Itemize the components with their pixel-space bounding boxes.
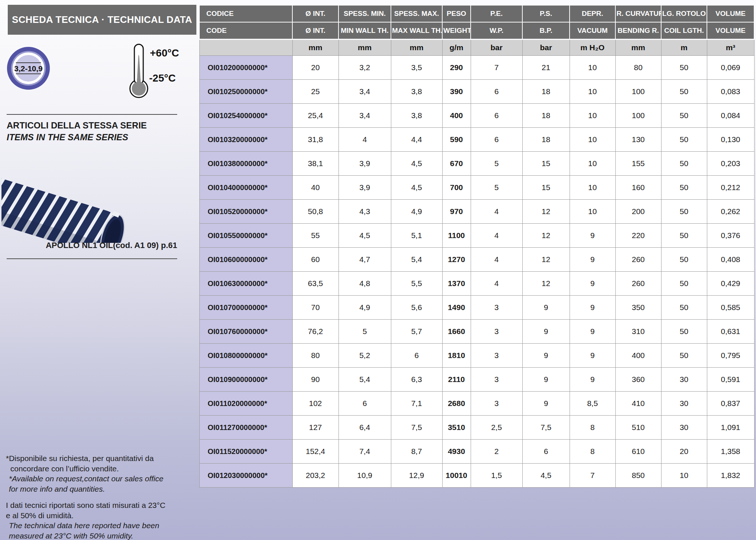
header-cell-it: VOLUME bbox=[707, 5, 754, 22]
value-cell: 2,5 bbox=[471, 416, 522, 440]
value-cell: 1,5 bbox=[471, 464, 522, 488]
table-head: CODICEØ INT.SPESS. MIN.SPESS. MAX.PESOP.… bbox=[199, 5, 754, 56]
value-cell: 10,9 bbox=[339, 464, 391, 488]
header-cell-it: P.S. bbox=[522, 5, 570, 22]
header-cell-en: Ø INT. bbox=[292, 22, 339, 39]
value-cell: 102 bbox=[292, 392, 339, 416]
value-cell: 410 bbox=[615, 392, 661, 416]
code-cell: OI012030000000* bbox=[199, 464, 292, 488]
value-cell: 9 bbox=[522, 344, 570, 368]
value-cell: 670 bbox=[442, 152, 471, 176]
header-cell-en: COIL LGTH. bbox=[661, 22, 707, 39]
value-cell: 5,4 bbox=[391, 248, 442, 272]
header-cell-it: P.E. bbox=[471, 5, 522, 22]
value-cell: 5 bbox=[471, 152, 522, 176]
value-cell: 6 bbox=[471, 80, 522, 104]
value-cell: 3 bbox=[471, 344, 522, 368]
value-cell: 50 bbox=[661, 152, 707, 176]
value-cell: 5,5 bbox=[391, 272, 442, 296]
code-cell: OI010200000000* bbox=[199, 56, 292, 80]
table-row: OI010400000000*403,94,570051510160500,21… bbox=[199, 176, 754, 200]
value-cell: 2 bbox=[471, 440, 522, 464]
value-cell: 3,8 bbox=[391, 80, 442, 104]
value-cell: 9 bbox=[570, 248, 615, 272]
value-cell: 4,9 bbox=[339, 296, 391, 320]
value-cell: 100 bbox=[615, 104, 661, 128]
value-cell: 7,5 bbox=[522, 416, 570, 440]
value-cell: 8,5 bbox=[570, 392, 615, 416]
value-cell: 6,3 bbox=[391, 368, 442, 392]
value-cell: 25 bbox=[292, 80, 339, 104]
unit-cell: g/m bbox=[442, 39, 471, 56]
code-cell: OI011020000000* bbox=[199, 392, 292, 416]
header-cell-en: WEIGHT bbox=[442, 22, 471, 39]
value-cell: 12 bbox=[522, 248, 570, 272]
value-cell: 9 bbox=[522, 296, 570, 320]
value-cell: 4,7 bbox=[339, 248, 391, 272]
value-cell: 1270 bbox=[442, 248, 471, 272]
code-cell: OI011270000000* bbox=[199, 416, 292, 440]
code-cell: OI010380000000* bbox=[199, 152, 292, 176]
value-cell: 10 bbox=[570, 200, 615, 224]
divider-line-bottom bbox=[7, 258, 177, 259]
value-cell: 6 bbox=[339, 392, 391, 416]
value-cell: 1660 bbox=[442, 320, 471, 344]
value-cell: 63,5 bbox=[292, 272, 339, 296]
value-cell: 5 bbox=[339, 320, 391, 344]
value-cell: 50 bbox=[661, 104, 707, 128]
value-cell: 5,1 bbox=[391, 224, 442, 248]
page-title: SCHEDA TECNICA · TECHNICAL DATA bbox=[8, 5, 196, 35]
code-cell: OI010520000000* bbox=[199, 200, 292, 224]
table-row: OI010520000000*50,84,34,997041210200500,… bbox=[199, 200, 754, 224]
value-cell: 9 bbox=[522, 392, 570, 416]
value-cell: 7,4 bbox=[339, 440, 391, 464]
value-cell: 3 bbox=[471, 296, 522, 320]
value-cell: 4,5 bbox=[391, 152, 442, 176]
value-cell: 0,130 bbox=[707, 128, 754, 152]
value-cell: 9 bbox=[570, 296, 615, 320]
value-cell: 9 bbox=[570, 272, 615, 296]
value-cell: 400 bbox=[615, 344, 661, 368]
value-cell: 10 bbox=[570, 56, 615, 80]
header-cell-it: CODICE bbox=[199, 5, 292, 22]
table-row: OI010630000000*63,54,85,513704129260500,… bbox=[199, 272, 754, 296]
value-cell: 10 bbox=[570, 152, 615, 176]
value-cell: 350 bbox=[615, 296, 661, 320]
unit-cell bbox=[199, 39, 292, 56]
wall-thickness-badge: 3,2-10,9 bbox=[6, 46, 51, 92]
footnote-measurement-en-2: measured at 23°C with 50% umidity. bbox=[6, 531, 182, 540]
footnote-availability-en-1: *Available on request,contact our sales … bbox=[6, 474, 182, 484]
header-cell-it: DEPR. bbox=[570, 5, 615, 22]
code-cell: OI010600000000* bbox=[199, 248, 292, 272]
footnotes: *Disponibile su richiesta, per quantitat… bbox=[6, 453, 182, 540]
value-cell: 360 bbox=[615, 368, 661, 392]
unit-cell: m³ bbox=[707, 39, 754, 56]
value-cell: 12,9 bbox=[391, 464, 442, 488]
value-cell: 50 bbox=[661, 320, 707, 344]
value-cell: 0,591 bbox=[707, 368, 754, 392]
value-cell: 200 bbox=[615, 200, 661, 224]
code-cell: OI010400000000* bbox=[199, 176, 292, 200]
table-row: OI010760000000*76,255,71660399310500,631 bbox=[199, 320, 754, 344]
footnote-availability-it-2: concordare con l’ufficio vendite. bbox=[6, 464, 182, 474]
value-cell: 76,2 bbox=[292, 320, 339, 344]
unit-cell: m bbox=[661, 39, 707, 56]
value-cell: 3510 bbox=[442, 416, 471, 440]
value-cell: 3,5 bbox=[391, 56, 442, 80]
value-cell: 160 bbox=[615, 176, 661, 200]
value-cell: 290 bbox=[442, 56, 471, 80]
value-cell: 9 bbox=[570, 320, 615, 344]
value-cell: 0,084 bbox=[707, 104, 754, 128]
header-cell-it: R. CURVATURA bbox=[615, 5, 661, 22]
footnote-measurement-it-1: I dati tecnici riportati sono stati misu… bbox=[6, 500, 182, 510]
table-row: OI011270000000*1276,47,535102,57,5851030… bbox=[199, 416, 754, 440]
series-heading-it: ARTICOLI DELLA STESSA SERIE bbox=[7, 120, 147, 131]
value-cell: 1490 bbox=[442, 296, 471, 320]
value-cell: 90 bbox=[292, 368, 339, 392]
value-cell: 5,2 bbox=[339, 344, 391, 368]
value-cell: 4 bbox=[471, 200, 522, 224]
value-cell: 203,2 bbox=[292, 464, 339, 488]
units-row: mmmmmmg/mbarbarm H₂Ommmm³ bbox=[199, 39, 754, 56]
value-cell: 9 bbox=[570, 368, 615, 392]
header-cell-en: MIN WALL TH. bbox=[339, 22, 391, 39]
